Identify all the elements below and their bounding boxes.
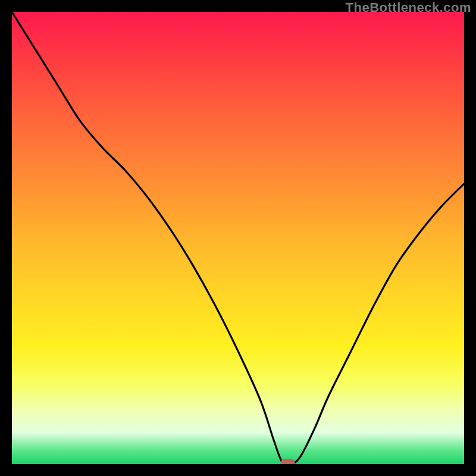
chart-frame: TheBottleneck.com [0,0,476,476]
optimal-marker [281,459,295,464]
curve-svg [12,12,464,464]
bottleneck-curve [12,12,464,464]
plot-area [12,12,464,464]
